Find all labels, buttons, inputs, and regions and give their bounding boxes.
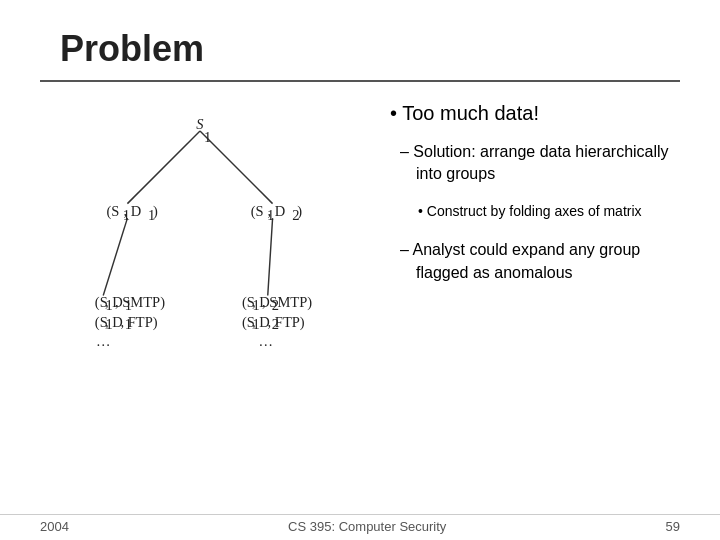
- svg-line-0: [127, 131, 200, 204]
- svg-line-2: [103, 218, 127, 295]
- footer: 2004 CS 395: Computer Security 59: [0, 514, 720, 540]
- bullet-main: Too much data!: [390, 102, 680, 125]
- right-content: Too much data! Solution: arrange data hi…: [370, 92, 690, 504]
- footer-course: CS 395: Computer Security: [288, 519, 446, 534]
- tree-lf-ftp: , FTP): [120, 314, 157, 331]
- footer-page: 59: [666, 519, 680, 534]
- dash-item-2: Analyst could expand any group flagged a…: [400, 239, 680, 284]
- tree-rl-smtp: , SMTP): [262, 294, 312, 311]
- dash-item-1: Solution: arrange data hierarchically in…: [400, 141, 680, 186]
- tree-root-sub: 1: [204, 129, 211, 145]
- tree-right-child: (S: [251, 203, 264, 220]
- sub-bullet-1: Construct by folding axes of matrix: [418, 202, 680, 222]
- tree-l-ellipsis: …: [96, 333, 111, 349]
- slide-title: Problem: [60, 28, 204, 69]
- tree-ll-smtp: , SMTP): [115, 294, 165, 311]
- tree-right-child-paren: ): [297, 203, 302, 220]
- tree-diagram: S 1 (S 1 , D 1 ) (S 1 , D 2 ) (S 1 , D 1…: [30, 92, 370, 504]
- tree-left-child: (S: [106, 203, 119, 220]
- tree-left-child-comma: , D: [123, 203, 141, 219]
- tree-right-child-comma: , D: [268, 203, 286, 219]
- tree-r-ellipsis: …: [259, 333, 274, 349]
- svg-line-3: [268, 218, 273, 295]
- tree-left-child-paren: ): [153, 203, 158, 220]
- tree-rf-ftp: , FTP): [268, 314, 305, 331]
- footer-year: 2004: [40, 519, 69, 534]
